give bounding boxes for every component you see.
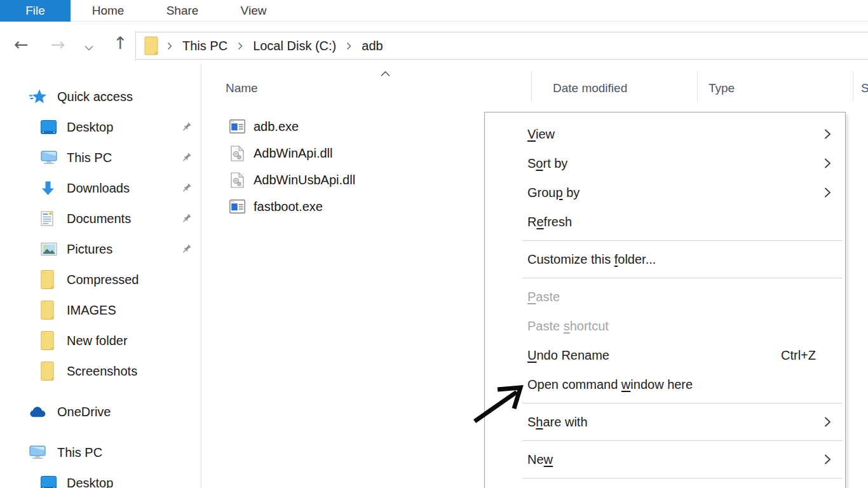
menu-separator	[522, 478, 843, 478]
this-pc-icon	[29, 445, 46, 459]
file-name: adb.exe	[254, 119, 299, 134]
desktop-icon	[41, 120, 57, 134]
sidebar-item-label: OneDrive	[57, 405, 111, 419]
column-header-date-modified[interactable]: Date modified	[553, 81, 627, 95]
tab-view[interactable]: View	[228, 0, 279, 21]
sidebar-item-label: Documents	[67, 212, 131, 226]
sidebar-item-downloads[interactable]: Downloads	[0, 173, 201, 203]
pin-icon	[181, 183, 192, 194]
file-name: AdbWinApi.dll	[254, 146, 333, 161]
menu-item-undo-rename[interactable]: Undo Rename Ctrl+Z	[485, 341, 845, 370]
sidebar-item-label: This PC	[67, 151, 112, 165]
up-icon[interactable]: ↑	[113, 34, 128, 51]
menu-item-share-with[interactable]: Share with	[485, 407, 845, 437]
breadcrumb-local-disk-c[interactable]: Local Disk (C:)	[252, 39, 337, 53]
file-row-adbwinusbapi-dll[interactable]: AdbWinUsbApi.dll	[202, 166, 482, 193]
onedrive-cloud-icon	[29, 405, 49, 418]
dll-file-icon	[229, 146, 245, 161]
sidebar-item-label: Screenshots	[67, 364, 137, 379]
menu-shortcut: Ctrl+Z	[781, 348, 836, 363]
menu-separator	[522, 403, 843, 403]
sidebar-item-quick-access[interactable]: Quick access	[0, 81, 201, 112]
menu-separator	[522, 278, 843, 278]
file-explorer-window: File Home Share View ← → ↑ This PC	[0, 0, 868, 488]
sidebar-item-screenshots[interactable]: Screenshots	[0, 356, 201, 386]
file-name: fastboot.exe	[254, 200, 323, 214]
column-header-row: Name Date modified Type S	[202, 70, 868, 105]
sidebar-item-this-pc-2[interactable]: This PC	[0, 437, 201, 468]
sidebar-item-label: New folder	[67, 334, 128, 348]
this-pc-icon	[41, 151, 57, 165]
column-header-type[interactable]: Type	[709, 81, 735, 95]
tab-file[interactable]: File	[0, 0, 71, 22]
breadcrumb-this-pc[interactable]: This PC	[181, 39, 229, 53]
breadcrumb-adb[interactable]: adb	[360, 39, 384, 53]
menu-separator	[522, 240, 843, 241]
documents-icon	[41, 211, 53, 226]
sidebar-item-this-pc[interactable]: This PC	[0, 142, 201, 173]
breadcrumb-chevron-icon[interactable]	[167, 42, 172, 50]
quick-access-star-icon	[29, 89, 47, 105]
submenu-arrow-icon	[824, 416, 831, 428]
folder-icon	[41, 331, 54, 351]
exe-file-icon	[229, 119, 245, 133]
sidebar-item-label: Desktop	[67, 476, 113, 488]
address-bar[interactable]: This PC Local Disk (C:) adb	[135, 32, 868, 60]
menu-item-sort-by[interactable]: Sort by	[485, 149, 845, 178]
menu-item-open-command-window-here[interactable]: Open command window here	[485, 370, 845, 399]
file-name: AdbWinUsbApi.dll	[254, 173, 355, 187]
column-header-name[interactable]: Name	[226, 81, 258, 95]
dll-file-icon	[229, 172, 245, 188]
tab-home[interactable]: Home	[83, 0, 133, 21]
tab-share[interactable]: Share	[157, 0, 208, 21]
sidebar-item-label: Downloads	[67, 181, 130, 196]
breadcrumb-chevron-icon[interactable]	[346, 42, 351, 50]
sidebar-item-label: This PC	[57, 445, 102, 460]
menu-item-view[interactable]: View	[485, 119, 845, 149]
folder-icon[interactable]	[144, 36, 158, 56]
sidebar-item-pictures[interactable]: Pictures	[0, 234, 201, 264]
column-resize-handle[interactable]	[853, 71, 853, 102]
pin-icon	[181, 122, 192, 133]
sidebar-item-images[interactable]: IMAGES	[0, 295, 201, 325]
sidebar-item-label: Compressed	[67, 273, 139, 287]
file-row-adbwinapi-dll[interactable]: AdbWinApi.dll	[202, 140, 482, 166]
submenu-arrow-icon	[824, 128, 831, 140]
navigation-pane: Quick access Desktop	[0, 64, 201, 488]
menu-item-paste: Paste	[485, 282, 845, 311]
column-resize-handle[interactable]	[697, 71, 698, 102]
column-resize-handle[interactable]	[531, 71, 532, 102]
ribbon-tab-bar: File Home Share View	[0, 0, 868, 22]
recent-locations-chevron-icon[interactable]	[85, 43, 93, 53]
sidebar-item-onedrive[interactable]: OneDrive	[0, 396, 201, 427]
breadcrumb-chevron-icon[interactable]	[238, 42, 243, 50]
sidebar-item-desktop[interactable]: Desktop	[0, 112, 201, 142]
sidebar-item-label: Pictures	[67, 242, 112, 257]
sidebar-item-label: IMAGES	[67, 303, 116, 318]
desktop-icon	[41, 476, 57, 488]
submenu-arrow-icon	[824, 186, 831, 199]
context-menu: View Sort by Group by Refresh Customize …	[484, 112, 846, 488]
sort-ascending-icon	[380, 71, 391, 77]
column-header-size[interactable]: S	[861, 81, 868, 95]
menu-item-group-by[interactable]: Group by	[485, 178, 845, 207]
exe-file-icon	[229, 200, 245, 214]
folder-icon	[41, 270, 54, 290]
file-row-adb-exe[interactable]: adb.exe	[202, 113, 482, 140]
sidebar-item-desktop-2[interactable]: Desktop	[0, 468, 201, 488]
file-list: adb.exe AdbWinApi.dll	[202, 113, 482, 220]
file-row-fastboot-exe[interactable]: fastboot.exe	[202, 193, 482, 220]
downloads-icon	[41, 180, 55, 196]
pin-icon	[181, 152, 192, 163]
sidebar-item-documents[interactable]: Documents	[0, 203, 201, 234]
sidebar-item-new-folder[interactable]: New folder	[0, 325, 201, 356]
menu-item-new[interactable]: New	[485, 445, 845, 474]
menu-item-customize-this-folder[interactable]: Customize this folder...	[485, 245, 845, 274]
folder-icon	[41, 301, 54, 320]
back-icon[interactable]: ←	[14, 36, 29, 53]
menu-item-refresh[interactable]: Refresh	[485, 207, 845, 236]
sidebar-item-compressed[interactable]: Compressed	[0, 264, 201, 295]
submenu-arrow-icon	[824, 157, 831, 170]
pictures-icon	[41, 243, 57, 256]
forward-icon: →	[51, 36, 65, 53]
